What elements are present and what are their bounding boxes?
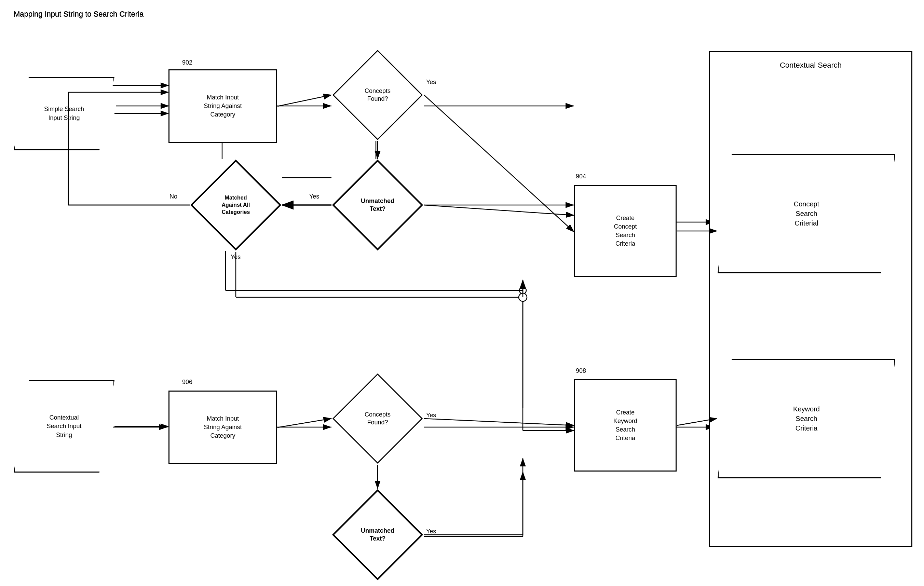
create-keyword: CreateKeywordSearchCriteria [574, 379, 676, 472]
concept-search-criteria-label: ConceptSearchCriterial [794, 199, 819, 228]
keyword-search-criteria: KeywordSearchCriteria [718, 359, 895, 479]
svg-line-49 [277, 419, 331, 428]
create-concept: CreateConceptSearchCriteria [574, 185, 676, 277]
svg-line-35 [277, 95, 331, 106]
concepts-found-bottom-label: ConceptsFound? [365, 411, 391, 427]
ref-904: 904 [576, 173, 587, 180]
yes-label-matched: Yes [231, 254, 241, 261]
create-keyword-container: 908 CreateKeywordSearchCriteria [574, 379, 676, 472]
unmatched-bottom: UnmatchedText? [332, 489, 424, 581]
yes-label-concepts-bottom: Yes [426, 412, 436, 419]
svg-line-36 [424, 95, 574, 232]
page-title: Mapping Input String to Search Criteria [14, 10, 144, 18]
concepts-found-bottom: ConceptsFound? [332, 373, 424, 465]
concepts-found-top-label: ConceptsFound? [365, 87, 391, 103]
svg-point-17 [520, 287, 526, 294]
match-input-902-container: 902 Match InputString AgainstCategory [168, 69, 277, 143]
contextual-search-input-label: ContextualSearch InputString [46, 413, 81, 439]
unmatched-top: UnmatchedText? [332, 159, 424, 251]
yes-label-unmatched-top: Yes [309, 193, 319, 200]
simple-search-input-shape: Simple SearchInput String [14, 77, 114, 150]
yes-label-1: Yes [426, 79, 436, 86]
create-concept-container: 904 CreateConceptSearchCriteria [574, 185, 676, 277]
concept-search-criteria: ConceptSearchCriterial [718, 154, 895, 273]
ref-902: 902 [182, 59, 193, 66]
keyword-search-criteria-container: KeywordSearchCriteria [718, 359, 895, 479]
match-input-906: Match InputString AgainstCategory [168, 391, 277, 464]
contextual-search-input-shape: ContextualSearch InputString [14, 380, 114, 472]
ref-906: 906 [182, 379, 193, 386]
yes-label-unmatched-bottom: Yes [426, 528, 436, 535]
no-label: No [170, 193, 177, 200]
simple-search-input-label: Simple SearchInput String [44, 105, 84, 122]
concepts-found-top: ConceptsFound? [332, 49, 424, 141]
keyword-search-criteria-label: KeywordSearchCriteria [793, 404, 820, 433]
svg-line-46 [424, 205, 574, 215]
unmatched-top-label: UnmatchedText? [361, 197, 394, 213]
matched-all-label: MatchedAgainst AllCategories [222, 195, 250, 216]
svg-line-50 [424, 419, 574, 426]
match-input-906-container: 906 Match InputString AgainstCategory [168, 391, 277, 464]
concept-search-criteria-container: ConceptSearchCriterial [718, 154, 895, 273]
diagram-container: Mapping Input String to Search Criteria [0, 0, 924, 586]
svg-point-44 [519, 293, 527, 301]
unmatched-bottom-label: UnmatchedText? [361, 527, 394, 543]
match-input-902: Match InputString AgainstCategory [168, 69, 277, 143]
contextual-search-title: Contextual Search [710, 61, 911, 70]
matched-all-categories: MatchedAgainst AllCategories [190, 159, 282, 251]
ref-908: 908 [576, 367, 587, 375]
